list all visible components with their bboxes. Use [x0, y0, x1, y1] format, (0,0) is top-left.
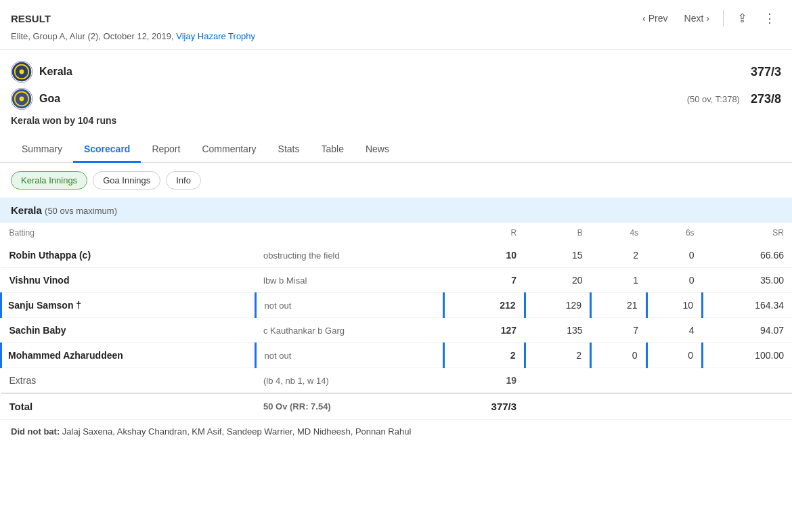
scorecard-section: Kerala (50 ovs maximum) Batting R B 4s 6…	[0, 198, 792, 454]
batsman-b: 20	[525, 268, 591, 293]
main-container: RESULT ‹ Prev Next › ⇪ ⋮ Elit	[0, 0, 792, 454]
tab-report[interactable]: Report	[141, 137, 191, 163]
batsman-r: 2	[444, 343, 525, 368]
extras-detail: (lb 4, nb 1, w 14)	[255, 368, 444, 394]
goa-logo-svg	[11, 88, 32, 110]
table-row: Robin Uthappa (c) obstructing the field …	[1, 243, 793, 268]
goa-logo	[11, 88, 32, 110]
batsman-dismissal: lbw b Misal	[255, 268, 444, 293]
svg-point-5	[20, 97, 24, 102]
batsman-r: 10	[444, 243, 525, 268]
batsman-4s: 0	[591, 343, 646, 368]
batsman-sr: 94.07	[703, 318, 792, 343]
tab-commentary[interactable]: Commentary	[191, 137, 267, 163]
col-b: B	[525, 223, 591, 243]
match-header-top: RESULT ‹ Prev Next › ⇪ ⋮	[11, 8, 781, 28]
dnb-row: Did not bat: Jalaj Saxena, Akshay Chandr…	[0, 419, 792, 443]
batsman-6s: 0	[646, 268, 702, 293]
batsman-sr: 66.66	[703, 243, 792, 268]
batsman-4s: 2	[591, 243, 646, 268]
chevron-right-icon: ›	[706, 13, 709, 24]
team2-row: Goa (50 ov, T:378) 273/8	[11, 85, 781, 112]
batsman-name[interactable]: Sachin Baby	[1, 318, 256, 343]
tournament-link[interactable]: Vijay Hazare Trophy	[176, 31, 255, 41]
tab-stats[interactable]: Stats	[267, 137, 311, 163]
batting-table: Batting R B 4s 6s SR Robin Uthappa (c) o…	[0, 223, 792, 419]
batsman-4s: 1	[591, 268, 646, 293]
total-detail: 50 Ov (RR: 7.54)	[255, 393, 444, 419]
team1-score: 377/3	[751, 65, 781, 79]
extras-label: Extras	[1, 368, 256, 394]
sub-tabs: Kerala Innings Goa Innings Info	[0, 163, 792, 198]
share-button[interactable]: ⇪	[732, 8, 753, 28]
team1-name: Kerala	[39, 66, 72, 78]
extras-row: Extras (lb 4, nb 1, w 14) 19	[1, 368, 793, 394]
batsman-b: 15	[525, 243, 591, 268]
result-label: RESULT	[11, 13, 51, 24]
table-row: Vishnu Vinod lbw b Misal 7 20 1 0 35.00	[1, 268, 793, 293]
sub-tab-info[interactable]: Info	[166, 171, 201, 190]
teams-section: Kerala 377/3 Goa (50 ov, T:378) 273/8	[0, 50, 792, 131]
tab-table[interactable]: Table	[310, 137, 354, 163]
col-sr: SR	[703, 223, 792, 243]
match-result: Kerala won by 104 runs	[11, 115, 781, 126]
ellipsis-icon: ⋮	[764, 12, 776, 25]
innings-header: Kerala (50 ovs maximum)	[0, 198, 792, 223]
batsman-6s: 4	[646, 318, 702, 343]
batsman-6s: 0	[646, 243, 702, 268]
svg-point-2	[20, 70, 24, 74]
batsman-dismissal: not out	[255, 343, 444, 368]
innings-title: Kerala	[11, 204, 42, 216]
prev-button[interactable]: ‹ Prev	[637, 10, 673, 26]
batsman-6s: 0	[646, 343, 702, 368]
col-r: R	[444, 223, 525, 243]
batsman-dismissal: c Kauthankar b Garg	[255, 318, 444, 343]
batsman-dismissal: obstructing the field	[255, 243, 444, 268]
batsman-b: 129	[525, 293, 591, 318]
batsman-6s: 10	[646, 293, 702, 318]
team1-row: Kerala 377/3	[11, 58, 781, 85]
batsman-r: 127	[444, 318, 525, 343]
extras-value: 19	[444, 368, 525, 394]
tab-news[interactable]: News	[355, 137, 400, 163]
kerala-logo	[11, 61, 32, 83]
dnb-players: Jalaj Saxena, Akshay Chandran, KM Asif, …	[62, 426, 411, 437]
batsman-4s: 7	[591, 318, 646, 343]
header-divider	[723, 10, 724, 26]
batsman-sr: 164.34	[703, 293, 792, 318]
total-value: 377/3	[444, 393, 525, 419]
innings-subtitle-text: (50 ovs maximum)	[45, 206, 117, 216]
kerala-logo-svg	[11, 61, 32, 83]
col-batting: Batting	[1, 223, 256, 243]
batsman-sr: 35.00	[703, 268, 792, 293]
team2-detail: (50 ov, T:378)	[687, 94, 740, 104]
team2-left: Goa	[11, 88, 60, 110]
team2-score: 273/8	[751, 92, 781, 106]
next-button[interactable]: Next ›	[679, 10, 715, 26]
batsman-name[interactable]: Robin Uthappa (c)	[1, 243, 256, 268]
sub-tab-kerala-innings[interactable]: Kerala Innings	[11, 171, 87, 190]
total-label: Total	[1, 393, 256, 419]
batsman-dismissal: not out	[255, 293, 444, 318]
batsman-r: 212	[444, 293, 525, 318]
batsman-r: 7	[444, 268, 525, 293]
tab-summary[interactable]: Summary	[11, 137, 73, 163]
batsman-name[interactable]: Mohammed Azharuddeen	[1, 343, 256, 368]
batsman-name[interactable]: Sanju Samson †	[1, 293, 256, 318]
team2-name: Goa	[39, 93, 60, 105]
table-header-row: Batting R B 4s 6s SR	[1, 223, 793, 243]
main-tabs: Summary Scorecard Report Commentary Stat…	[0, 137, 792, 163]
more-options-button[interactable]: ⋮	[758, 8, 781, 28]
batsman-sr: 100.00	[703, 343, 792, 368]
table-row: Mohammed Azharuddeen not out 2 2 0 0 100…	[1, 343, 793, 368]
batsman-name[interactable]: Vishnu Vinod	[1, 268, 256, 293]
header-actions: ‹ Prev Next › ⇪ ⋮	[637, 8, 781, 28]
table-row: Sanju Samson † not out 212 129 21 10 164…	[1, 293, 793, 318]
table-row: Sachin Baby c Kauthankar b Garg 127 135 …	[1, 318, 793, 343]
sub-tab-goa-innings[interactable]: Goa Innings	[93, 171, 160, 190]
batsman-b: 135	[525, 318, 591, 343]
team2-score-right: (50 ov, T:378) 273/8	[687, 92, 781, 106]
col-dismissal	[255, 223, 444, 243]
tab-scorecard[interactable]: Scorecard	[73, 137, 141, 163]
total-row: Total 50 Ov (RR: 7.54) 377/3	[1, 393, 793, 419]
